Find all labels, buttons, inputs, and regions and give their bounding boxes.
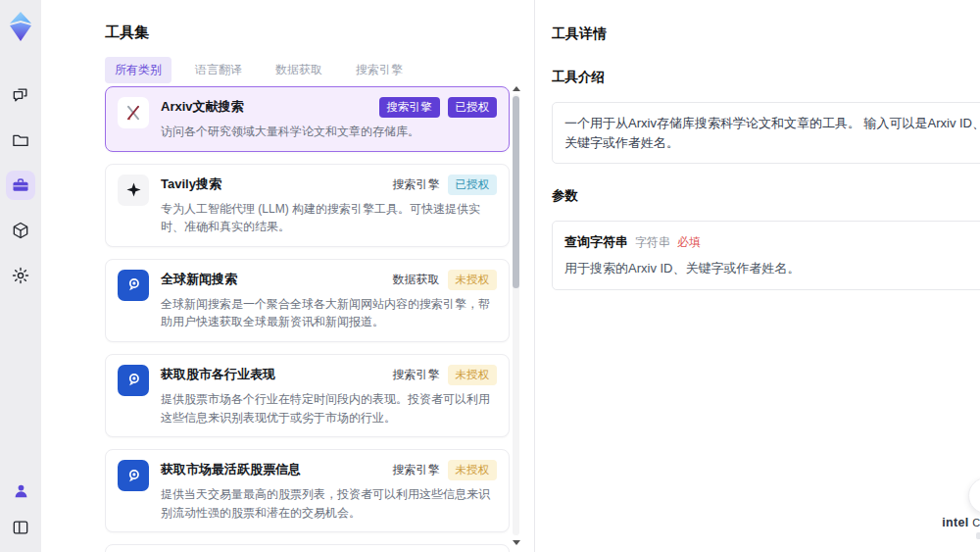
param-description: 用于搜索的Arxiv ID、关键字或作者姓名。: [564, 260, 980, 277]
tool-status-badge: 已授权: [448, 97, 498, 118]
tab-all-categories[interactable]: 所有类别: [105, 57, 172, 83]
tab-category-2[interactable]: 数据获取: [266, 57, 332, 83]
arxiv-icon: [118, 97, 149, 128]
user-icon: [12, 481, 30, 500]
brand-core-text: CORE: [972, 517, 980, 528]
list-scrollbar[interactable]: [512, 86, 520, 545]
tool-name: 获取市场最活跃股票信息: [161, 460, 301, 478]
scroll-down-icon[interactable]: [513, 540, 520, 545]
chat-icon: [11, 85, 30, 105]
tool-card[interactable]: 万维地区新闻查询 搜索引擎 未授权 查询具体行政区划内的新闻，快速了解各地新闻动: [105, 544, 510, 552]
sidebar-item-user[interactable]: [6, 476, 35, 505]
tool-card[interactable]: Arxiv文献搜索 搜索引擎 已授权 访问各个研究领域大量科学论文和文章的存储库…: [105, 86, 510, 152]
gem-logo-icon[interactable]: [6, 8, 35, 45]
sidebar-item-folder[interactable]: [6, 125, 35, 155]
blueq-icon: [118, 460, 149, 491]
tool-name: 全球新闻搜索: [161, 270, 237, 288]
tool-category-label: 搜索引擎: [379, 97, 440, 118]
param-type: 字符串: [635, 234, 670, 251]
brand-intel-text: intel: [942, 516, 968, 529]
gear-icon: [11, 266, 30, 285]
sidebar-item-panel[interactable]: [6, 513, 35, 542]
tool-name: Tavily搜索: [161, 175, 221, 193]
tool-description: 提供股票市场各个行业在特定时间段内的表现。投资者可以利用这些信息来识别表现优于或…: [161, 390, 497, 427]
tab-category-1[interactable]: 语言翻译: [185, 57, 252, 83]
cube-icon: [11, 221, 30, 240]
scroll-up-icon[interactable]: [513, 86, 520, 91]
intel-core-logo: intel CORE: [941, 516, 980, 539]
download-button[interactable]: [968, 477, 980, 514]
tool-description: 访问各个研究领域大量科学论文和文章的存储库。: [161, 123, 497, 141]
tool-status-badge: 未授权: [448, 270, 498, 290]
tool-card[interactable]: Tavily搜索 搜索引擎 已授权 专为人工智能代理 (LLM) 构建的搜索引擎…: [105, 164, 510, 247]
tool-card[interactable]: 获取市场最活跃股票信息 搜索引擎 未授权 提供当天交易量最高的股票列表，投资者可…: [105, 449, 510, 532]
tool-list: Arxiv文献搜索 搜索引擎 已授权 访问各个研究领域大量科学论文和文章的存储库…: [105, 86, 510, 552]
folder-icon: [11, 130, 30, 150]
tool-category-label: 搜索引擎: [393, 462, 440, 478]
tool-description: 提供当天交易量最高的股票列表，投资者可以利用这些信息来识别流动性强的股票和潜在的…: [161, 485, 497, 522]
tool-status-badge: 未授权: [448, 365, 498, 385]
tool-category-label: 搜索引擎: [393, 176, 440, 193]
param-name: 查询字符串: [564, 233, 628, 251]
tool-category-label: 数据获取: [393, 272, 440, 288]
param-card: 查询字符串 字符串 必填 用于搜索的Arxiv ID、关键字或作者姓名。: [552, 221, 980, 290]
blueq-icon: [118, 365, 149, 396]
scrollbar-thumb[interactable]: [513, 96, 519, 288]
brand-sub-badge: [976, 532, 980, 539]
param-required-badge: 必填: [677, 234, 701, 251]
tool-card[interactable]: 获取股市各行业表现 搜索引擎 未授权 提供股票市场各个行业在特定时间段内的表现。…: [105, 354, 510, 437]
page-title: 工具集: [105, 24, 149, 42]
details-title: 工具详情: [552, 25, 980, 43]
tool-name: 获取股市各行业表现: [161, 365, 275, 383]
tool-card[interactable]: 全球新闻搜索 数据获取 未授权 全球新闻搜索是一个聚合全球各大新闻网站内容的搜索…: [105, 259, 510, 342]
left-rail: [0, 0, 41, 552]
tool-status-badge: 已授权: [448, 175, 498, 195]
tool-status-badge: 未授权: [448, 460, 498, 480]
intro-section-title: 工具介绍: [552, 69, 980, 86]
blueq-icon: [118, 270, 149, 301]
sidebar-item-chat[interactable]: [6, 80, 35, 110]
panel-divider: [534, 0, 535, 552]
tool-category-label: 搜索引擎: [393, 367, 440, 383]
param-header: 查询字符串 字符串 必填: [564, 233, 980, 251]
tool-description: 全球新闻搜索是一个聚合全球各大新闻网站内容的搜索引擎，帮助用户快速获取全球最新资…: [161, 295, 497, 331]
tool-description: 专为人工智能代理 (LLM) 构建的搜索引擎工具。可快速提供实时、准确和真实的结…: [161, 200, 497, 236]
tab-category-3[interactable]: 搜索引擎: [346, 57, 413, 83]
sparkle-icon: [118, 175, 149, 206]
panel-icon: [11, 518, 30, 537]
category-tabs: 所有类别语言翻译数据获取搜索引擎: [105, 57, 413, 83]
app-window: 工具集 所有类别语言翻译数据获取搜索引擎 Arxiv文献搜索 搜索引擎 已授权 …: [0, 0, 980, 552]
tool-intro-box: 一个用于从Arxiv存储库搜索科学论文和文章的工具。 输入可以是Arxiv ID…: [552, 102, 980, 164]
tool-details-panel: 工具详情 工具介绍 一个用于从Arxiv存储库搜索科学论文和文章的工具。 输入可…: [552, 0, 980, 290]
briefcase-icon: [11, 176, 30, 195]
sidebar-item-gear[interactable]: [6, 261, 35, 290]
sidebar-item-briefcase[interactable]: [6, 171, 35, 200]
tool-name: Arxiv文献搜索: [161, 97, 244, 116]
main-area: 工具集 所有类别语言翻译数据获取搜索引擎 Arxiv文献搜索 搜索引擎 已授权 …: [41, 0, 980, 552]
params-section-title: 参数: [552, 187, 980, 205]
sidebar-item-cube[interactable]: [6, 216, 35, 245]
